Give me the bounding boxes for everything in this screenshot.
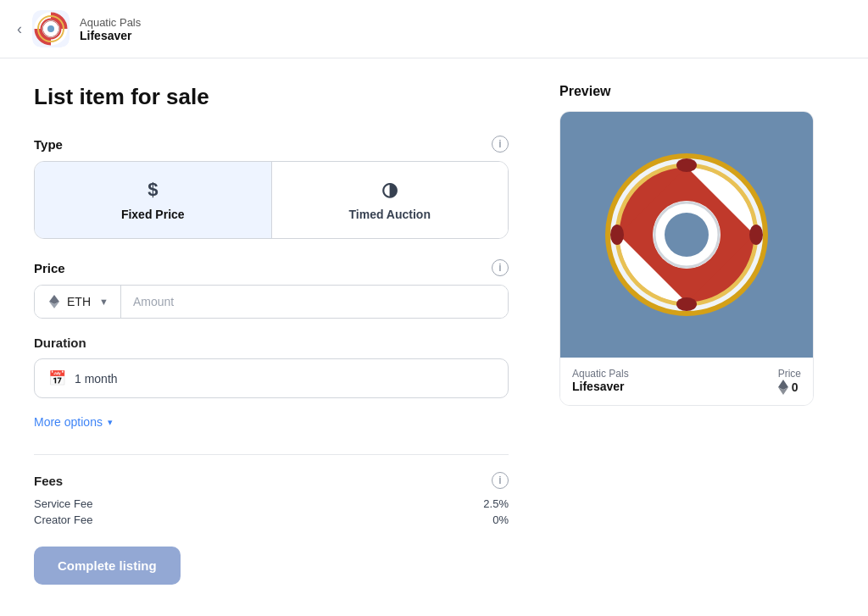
more-options-label: More options	[34, 415, 103, 429]
header: ‹ Aquatic Pals Lifesaver	[0, 0, 868, 58]
svg-point-5	[47, 25, 54, 32]
preview-nft-name: Lifesaver	[572, 380, 629, 393]
fixed-price-label: Fixed Price	[121, 208, 185, 221]
svg-point-14	[665, 213, 709, 257]
svg-point-17	[676, 158, 697, 172]
price-amount: 0	[792, 380, 798, 394]
more-options-button[interactable]: More options ▾	[34, 415, 509, 429]
service-fee-value: 2.5%	[483, 497, 509, 510]
type-section-header: Type i	[34, 136, 509, 153]
currency-select[interactable]: ETH ▼	[35, 286, 121, 318]
fees-title: Fees	[34, 474, 63, 488]
left-panel: List item for sale Type i $ Fixed Price …	[34, 84, 509, 585]
complete-listing-button[interactable]: Complete listing	[34, 547, 181, 585]
type-label: Type	[34, 137, 63, 152]
nft-icon	[32, 10, 70, 47]
more-options-chevron-icon: ▾	[108, 417, 113, 428]
svg-point-18	[749, 225, 763, 245]
page-title: List item for sale	[34, 84, 509, 110]
price-section: Price i ETH ▼	[34, 259, 509, 319]
header-collection: Aquatic Pals	[80, 16, 141, 29]
price-inputs: ETH ▼	[34, 285, 509, 319]
amount-input[interactable]	[121, 286, 508, 318]
preview-price-info: Price 0	[778, 368, 801, 395]
preview-collection: Aquatic Pals	[572, 368, 629, 380]
preview-price-label: Price	[778, 368, 801, 380]
service-fee-label: Service Fee	[34, 497, 92, 510]
duration-value: 1 month	[75, 372, 118, 386]
type-selector: $ Fixed Price ◑ Timed Auction	[34, 161, 509, 239]
fees-info-icon[interactable]: i	[492, 472, 509, 489]
right-panel: Preview	[559, 84, 822, 585]
preview-card: Aquatic Pals Lifesaver Price 0	[559, 111, 814, 406]
fees-header: Fees i	[34, 472, 509, 489]
type-fixed-price[interactable]: $ Fixed Price	[35, 162, 272, 238]
fees-section: Fees i Service Fee 2.5% Creator Fee 0%	[34, 454, 509, 526]
clock-half-icon: ◑	[381, 179, 398, 201]
duration-selector[interactable]: 📅 1 month	[34, 358, 509, 398]
timed-auction-label: Timed Auction	[349, 208, 431, 221]
fee-row-service: Service Fee 2.5%	[34, 497, 509, 510]
preview-title: Preview	[559, 84, 822, 99]
preview-image	[560, 112, 813, 358]
creator-fee-value: 0%	[492, 513, 509, 526]
price-label: Price	[34, 261, 65, 275]
fee-row-creator: Creator Fee 0%	[34, 513, 509, 526]
calendar-icon: 📅	[48, 369, 66, 387]
preview-footer: Aquatic Pals Lifesaver Price 0	[560, 358, 813, 405]
main-container: List item for sale Type i $ Fixed Price …	[0, 58, 868, 610]
eth-icon	[47, 294, 62, 309]
duration-label: Duration	[34, 336, 509, 350]
preview-price-value: 0	[778, 380, 801, 395]
type-info-icon[interactable]: i	[492, 136, 509, 153]
dollar-icon: $	[147, 179, 158, 201]
type-timed-auction[interactable]: ◑ Timed Auction	[272, 162, 509, 238]
preview-footer-row: Aquatic Pals Lifesaver Price 0	[572, 368, 801, 395]
currency-label: ETH	[67, 295, 91, 308]
svg-point-19	[676, 297, 697, 311]
creator-fee-label: Creator Fee	[34, 513, 92, 526]
header-info: Aquatic Pals Lifesaver	[80, 16, 141, 42]
svg-point-20	[610, 225, 624, 245]
currency-chevron-icon: ▼	[99, 297, 108, 307]
price-info-icon[interactable]: i	[492, 259, 509, 276]
header-nft-name: Lifesaver	[80, 29, 141, 42]
back-button[interactable]: ‹	[17, 20, 22, 38]
preview-nft-info: Aquatic Pals Lifesaver	[572, 368, 629, 393]
duration-section: Duration 📅 1 month	[34, 336, 509, 398]
price-section-header: Price i	[34, 259, 509, 276]
